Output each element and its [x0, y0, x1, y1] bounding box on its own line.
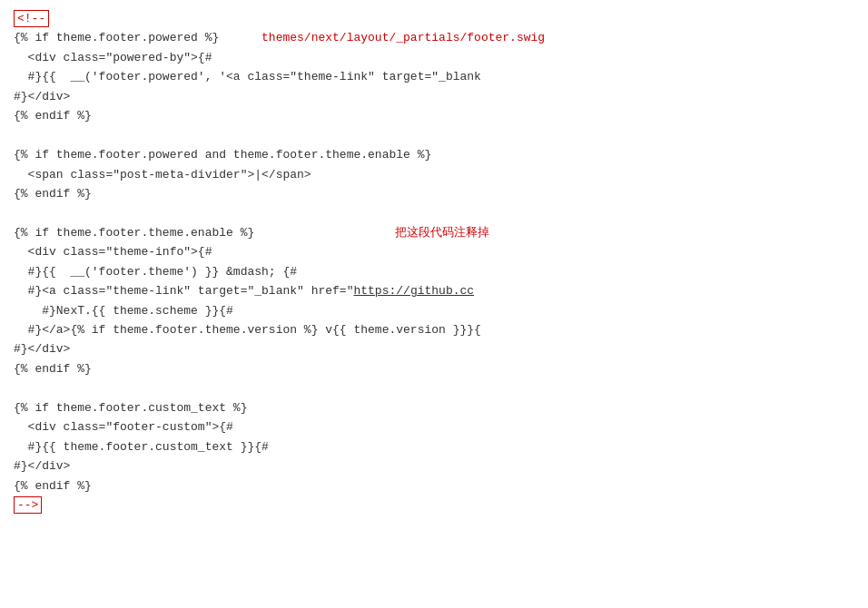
code-line-13: #}{{ __('footer.theme') }} &mdash; {# [14, 262, 854, 281]
code-line-14: #}<a class="theme-link" target="_blank" … [14, 281, 854, 300]
code-container: <!-- {% if theme.footer.powered %} theme… [14, 9, 854, 515]
comment-open-line: <!-- [14, 9, 854, 28]
comment-close-tag: --> [14, 496, 42, 514]
code-line-4: #}</div> [14, 87, 854, 106]
empty-line-3 [14, 378, 854, 397]
annotation-text: 把这段代码注释掉 [395, 223, 489, 242]
code-line-7: {% if theme.footer.powered and theme.foo… [14, 145, 854, 164]
code-line-18: {% endif %} [14, 359, 854, 378]
code-line-3: #}{{ __('footer.powered', '<a class="the… [14, 67, 854, 86]
code-line-9: {% endif %} [14, 184, 854, 203]
code-line-23: #}</div> [14, 456, 854, 476]
code-line-21: <div class="footer-custom">{# [14, 417, 854, 436]
code-line-17: #}</div> [14, 339, 854, 358]
code-line-12: <div class="theme-info">{# [14, 242, 854, 261]
github-link: https://github.cc [353, 284, 474, 298]
code-line-24: {% endif %} [14, 476, 854, 495]
empty-line-1 [14, 126, 854, 145]
code-line-5: {% endif %} [14, 106, 854, 125]
filepath-annotation: themes/next/layout/_partials/footer.swig [261, 31, 545, 44]
code-line-20: {% if theme.footer.custom_text %} [14, 398, 854, 417]
code-line-16: #}</a>{% if theme.footer.theme.version %… [14, 320, 854, 339]
code-line-22: #}{{ theme.footer.custom_text }}{# [14, 437, 854, 456]
code-line-11: {% if theme.footer.theme.enable %} 把这段代码… [14, 223, 854, 242]
code-line-1: {% if theme.footer.powered %} themes/nex… [14, 28, 854, 47]
empty-line-2 [14, 203, 854, 222]
comment-close-line: --> [14, 495, 854, 515]
comment-open-tag: <!-- [14, 10, 49, 27]
code-line-8: <span class="post-meta-divider">|</span> [14, 165, 854, 184]
code-line-15: #}NexT.{{ theme.scheme }}{# [14, 301, 854, 320]
code-line-2: <div class="powered-by">{# [14, 48, 854, 67]
